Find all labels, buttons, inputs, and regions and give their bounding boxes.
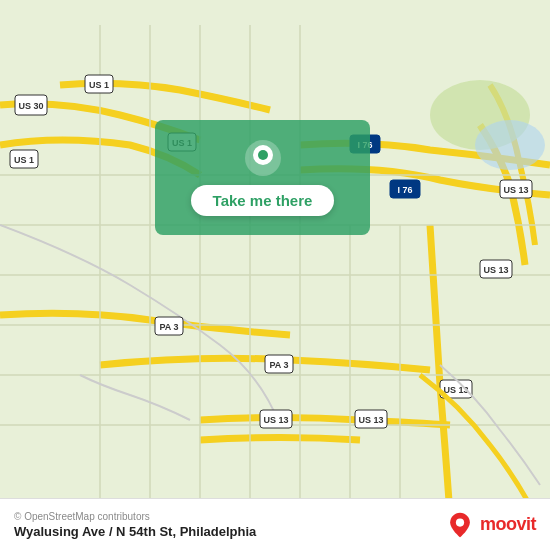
- svg-text:US 13: US 13: [503, 185, 528, 195]
- svg-text:PA 3: PA 3: [269, 360, 288, 370]
- svg-text:I 76: I 76: [397, 185, 412, 195]
- moovit-brand-text: moovit: [480, 514, 536, 535]
- svg-text:PA 3: PA 3: [159, 322, 178, 332]
- svg-point-15: [475, 120, 545, 170]
- location-pin-icon: [244, 139, 282, 177]
- location-overlay: Take me there: [155, 120, 370, 235]
- svg-text:US 13: US 13: [358, 415, 383, 425]
- map-attribution: © OpenStreetMap contributors: [14, 511, 256, 522]
- bottom-info: © OpenStreetMap contributors Wyalusing A…: [14, 511, 256, 539]
- svg-text:US 1: US 1: [14, 155, 34, 165]
- location-name: Wyalusing Ave / N 54th St, Philadelphia: [14, 524, 256, 539]
- svg-text:US 30: US 30: [18, 101, 43, 111]
- map-background: US 30 US 1 US 1 US 1 I 76 I 76 US 13 US …: [0, 0, 550, 550]
- svg-text:US 1: US 1: [89, 80, 109, 90]
- svg-text:US 13: US 13: [263, 415, 288, 425]
- svg-text:US 13: US 13: [483, 265, 508, 275]
- svg-text:US 13: US 13: [443, 385, 468, 395]
- bottom-bar: © OpenStreetMap contributors Wyalusing A…: [0, 498, 550, 550]
- take-me-there-button[interactable]: Take me there: [191, 185, 335, 216]
- moovit-pin-icon: [446, 511, 474, 539]
- map-container: US 30 US 1 US 1 US 1 I 76 I 76 US 13 US …: [0, 0, 550, 550]
- svg-point-45: [456, 518, 464, 526]
- moovit-logo: moovit: [446, 511, 536, 539]
